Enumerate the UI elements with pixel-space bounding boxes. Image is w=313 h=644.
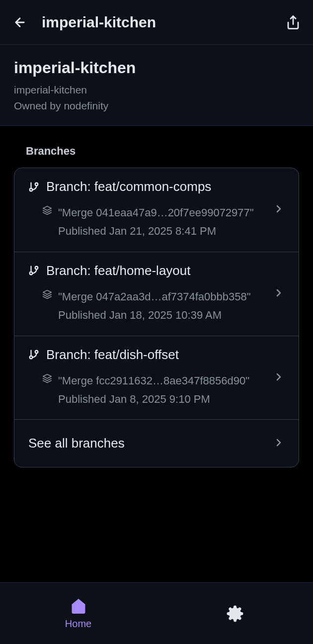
chevron-right-icon	[273, 437, 285, 451]
git-branch-icon	[28, 349, 39, 360]
repo-subtitle: imperial-kitchen	[14, 82, 299, 98]
back-icon[interactable]	[12, 14, 28, 30]
see-all-label: See all branches	[28, 436, 125, 451]
bottom-nav: Home	[0, 582, 313, 644]
branch-item[interactable]: Branch: feat/home-layout "Merge 047a2aa3…	[14, 252, 299, 336]
chevron-right-icon	[273, 203, 285, 215]
header: imperial-kitchen	[0, 0, 313, 45]
chevron-right-icon	[273, 287, 285, 299]
gear-icon	[226, 605, 244, 623]
branch-item[interactable]: Branch: feat/dish-offset "Merge fcc29116…	[14, 336, 299, 420]
branch-item[interactable]: Branch: feat/common-comps "Merge 041eaa4…	[14, 168, 299, 252]
branch-published-date: Published Jan 18, 2025 10:39 AM	[58, 306, 251, 324]
branch-name: Branch: feat/dish-offset	[46, 347, 179, 363]
branch-merge-message: "Merge 047a2aa3d…af7374fa0bbb358"	[58, 287, 251, 306]
branch-name: Branch: feat/common-comps	[46, 179, 211, 194]
see-all-branches[interactable]: See all branches	[14, 420, 299, 467]
branch-published-date: Published Jan 21, 2025 8:41 PM	[58, 222, 254, 240]
repo-owner: Owned by nodefinity	[14, 98, 299, 114]
share-icon[interactable]	[285, 14, 301, 30]
branch-name: Branch: feat/home-layout	[46, 263, 191, 278]
nav-home-label: Home	[65, 618, 91, 630]
branches-section-label: Branches	[26, 145, 299, 158]
branch-merge-message: "Merge fcc2911632…8ae347f8856d90"	[58, 371, 249, 390]
layers-icon	[42, 373, 52, 383]
branch-merge-message: "Merge 041eaa47a9…20f7ee99072977"	[58, 203, 254, 222]
content-area: Branches Branch: feat/common-comps	[0, 126, 313, 477]
branch-published-date: Published Jan 8, 2025 9:10 PM	[58, 390, 249, 408]
repo-title: imperial-kitchen	[14, 59, 299, 77]
nav-home[interactable]: Home	[0, 583, 156, 644]
git-branch-icon	[28, 265, 39, 276]
git-branch-icon	[28, 182, 39, 192]
header-title: imperial-kitchen	[42, 14, 285, 31]
layers-icon	[42, 289, 52, 299]
home-icon	[70, 597, 87, 615]
branch-list: Branch: feat/common-comps "Merge 041eaa4…	[14, 168, 299, 467]
chevron-right-icon	[273, 371, 285, 383]
layers-icon	[42, 205, 52, 215]
nav-settings[interactable]	[156, 583, 313, 644]
repo-info: imperial-kitchen imperial-kitchen Owned …	[0, 45, 313, 126]
